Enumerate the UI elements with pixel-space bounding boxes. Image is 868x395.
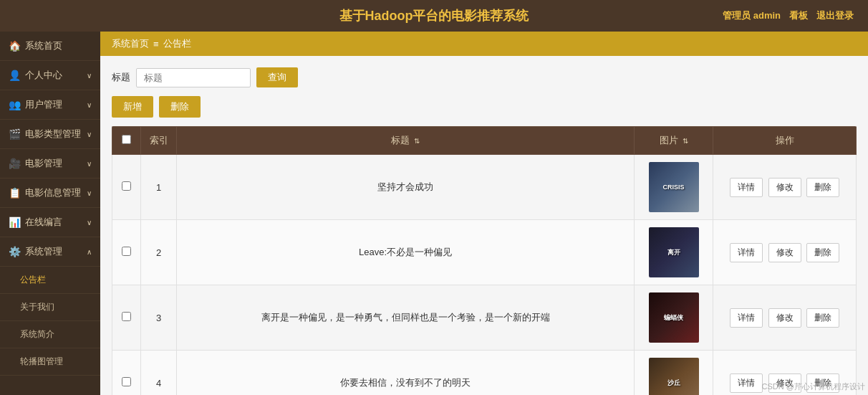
sidebar-label-online: 在线编言 xyxy=(25,216,62,229)
row-check-1[interactable] xyxy=(112,155,141,220)
sidebar-item-movie-info[interactable]: 📋 电影信息管理 ∨ xyxy=(0,179,100,208)
chevron-icon-system: ∧ xyxy=(87,248,92,256)
edit-button-1[interactable]: 修改 xyxy=(768,178,801,197)
sub-label-intro: 系统简介 xyxy=(20,328,54,341)
content-area: 标题 查询 新增 删除 索引 xyxy=(100,56,868,395)
row-ops-2: 详情 修改 删除 xyxy=(713,220,857,285)
edit-button-2[interactable]: 修改 xyxy=(768,243,801,262)
sidebar-item-profile[interactable]: 👤 个人中心 ∨ xyxy=(0,61,100,90)
row-index-2: 2 xyxy=(141,220,177,285)
sidebar-label-system: 系统管理 xyxy=(25,245,62,258)
chevron-icon-profile: ∨ xyxy=(87,72,92,80)
sidebar-item-movies[interactable]: 🎥 电影管理 ∨ xyxy=(0,149,100,179)
th-index: 索引 xyxy=(141,127,177,155)
search-button[interactable]: 查询 xyxy=(256,67,298,87)
header: 基于Hadoop平台的电影推荐系统 管理员 admin 看板 退出登录 xyxy=(0,0,868,32)
action-bar: 新增 删除 xyxy=(112,96,857,118)
sidebar-item-movie-type[interactable]: 🎬 电影类型管理 ∨ xyxy=(0,120,100,149)
chevron-icon-online: ∨ xyxy=(87,219,92,227)
delete-button-3[interactable]: 删除 xyxy=(806,308,839,328)
row-title-1: 坚持才会成功 xyxy=(177,155,635,220)
row-check-4[interactable] xyxy=(112,351,141,396)
breadcrumb-current: 公告栏 xyxy=(163,37,191,50)
row-image-4: 沙丘 xyxy=(635,351,713,396)
th-image[interactable]: 图片 ⇅ xyxy=(635,127,713,155)
sub-label-announcement: 公告栏 xyxy=(20,274,46,286)
sidebar-sub-item-intro[interactable]: 系统简介 xyxy=(0,321,100,348)
row-image-1: CRISIS xyxy=(635,155,713,220)
sidebar-sub-item-carousel[interactable]: 轮播图管理 xyxy=(0,348,100,376)
search-input[interactable] xyxy=(136,68,251,87)
row-index-3: 3 xyxy=(141,285,177,351)
sidebar-label-movie-type: 电影类型管理 xyxy=(25,128,81,141)
poster-3: 蝙蝠侠 xyxy=(649,292,699,343)
dashboard-link[interactable]: 看板 xyxy=(789,9,808,22)
sidebar-sub-item-about[interactable]: 关于我们 xyxy=(0,294,100,321)
sidebar-item-online[interactable]: 📊 在线编言 ∨ xyxy=(0,208,100,237)
online-icon: 📊 xyxy=(9,216,21,228)
watermark: CSDN @芹心计算机程序设计 xyxy=(762,381,865,392)
detail-button-1[interactable]: 详情 xyxy=(730,178,763,197)
logout-link[interactable]: 退出登录 xyxy=(816,9,854,22)
row-checkbox-4[interactable] xyxy=(122,377,131,386)
sidebar: 🏠 系统首页 👤 个人中心 ∨ 👥 用户管理 ∨ 🎬 电影类型管理 ∨ 🎥 电影… xyxy=(0,32,100,395)
sidebar-sub-item-announcement[interactable]: 公告栏 xyxy=(0,267,100,294)
sidebar-label-movie-info: 电影信息管理 xyxy=(25,186,81,199)
poster-2: 离开 xyxy=(649,227,699,277)
sidebar-item-system[interactable]: ⚙️ 系统管理 ∧ xyxy=(0,237,100,267)
row-image-2: 离开 xyxy=(635,220,713,285)
delete-button-1[interactable]: 删除 xyxy=(806,178,839,197)
main-content: 系统首页 ≡ 公告栏 标题 查询 新增 删除 xyxy=(100,32,868,395)
poster-text-4: 沙丘 xyxy=(667,379,680,387)
sub-label-about: 关于我们 xyxy=(20,301,54,313)
row-ops-1: 详情 修改 删除 xyxy=(713,155,857,220)
header-title: 基于Hadoop平台的电影推荐系统 xyxy=(339,9,529,23)
table-row: 1 坚持才会成功 CRISIS 详情 修改 删除 xyxy=(112,155,857,220)
th-ops: 操作 xyxy=(713,127,857,155)
delete-button-2[interactable]: 删除 xyxy=(806,243,839,262)
edit-button-3[interactable]: 修改 xyxy=(768,308,801,328)
sidebar-label-movies: 电影管理 xyxy=(25,157,62,170)
movies-icon: 🎥 xyxy=(9,158,21,169)
row-title-4: 你要去相信，没有到不了的明天 xyxy=(177,351,635,396)
chevron-icon-users: ∨ xyxy=(87,101,92,109)
search-label: 标题 xyxy=(112,71,130,84)
table-header-row: 索引 标题 ⇅ 图片 ⇅ xyxy=(112,127,857,155)
row-check-2[interactable] xyxy=(112,220,141,285)
chevron-icon-movie-info: ∨ xyxy=(87,189,92,197)
sidebar-label-profile: 个人中心 xyxy=(25,69,62,82)
add-button[interactable]: 新增 xyxy=(112,96,153,118)
detail-button-4[interactable]: 详情 xyxy=(730,373,763,393)
detail-button-2[interactable]: 详情 xyxy=(730,243,763,262)
data-table: 索引 标题 ⇅ 图片 ⇅ xyxy=(112,126,857,395)
sidebar-label-users: 用户管理 xyxy=(25,98,62,111)
row-checkbox-2[interactable] xyxy=(122,247,131,256)
admin-label: 管理员 admin xyxy=(723,9,781,22)
delete-button[interactable]: 删除 xyxy=(159,96,201,118)
poster-text-1: CRISIS xyxy=(662,184,684,191)
chevron-icon-movie-type: ∨ xyxy=(87,130,92,138)
image-sort-icon[interactable]: ⇅ xyxy=(683,137,688,145)
home-icon: 🏠 xyxy=(9,40,21,52)
movie-info-icon: 📋 xyxy=(9,187,21,199)
row-index-4: 4 xyxy=(141,351,177,396)
sidebar-item-users[interactable]: 👥 用户管理 ∨ xyxy=(0,90,100,120)
sidebar-item-home[interactable]: 🏠 系统首页 xyxy=(0,32,100,61)
table-row: 2 Leave:不必是一种偏见 离开 详情 修改 删除 xyxy=(112,220,857,285)
row-check-3[interactable] xyxy=(112,285,141,351)
th-check[interactable] xyxy=(112,127,141,155)
breadcrumb-home[interactable]: 系统首页 xyxy=(112,37,149,50)
row-ops-3: 详情 修改 删除 xyxy=(713,285,857,351)
row-checkbox-1[interactable] xyxy=(122,181,131,191)
th-title[interactable]: 标题 ⇅ xyxy=(177,127,635,155)
row-checkbox-3[interactable] xyxy=(122,312,131,321)
poster-text-3: 蝙蝠侠 xyxy=(664,314,683,322)
row-index-1: 1 xyxy=(141,155,177,220)
row-image-3: 蝙蝠侠 xyxy=(635,285,713,351)
poster-1: CRISIS xyxy=(649,162,699,212)
row-title-2: Leave:不必是一种偏见 xyxy=(177,220,635,285)
title-sort-icon[interactable]: ⇅ xyxy=(414,137,420,145)
sidebar-label-home: 系统首页 xyxy=(25,39,62,52)
detail-button-3[interactable]: 详情 xyxy=(730,308,763,328)
select-all-checkbox[interactable] xyxy=(122,135,131,144)
